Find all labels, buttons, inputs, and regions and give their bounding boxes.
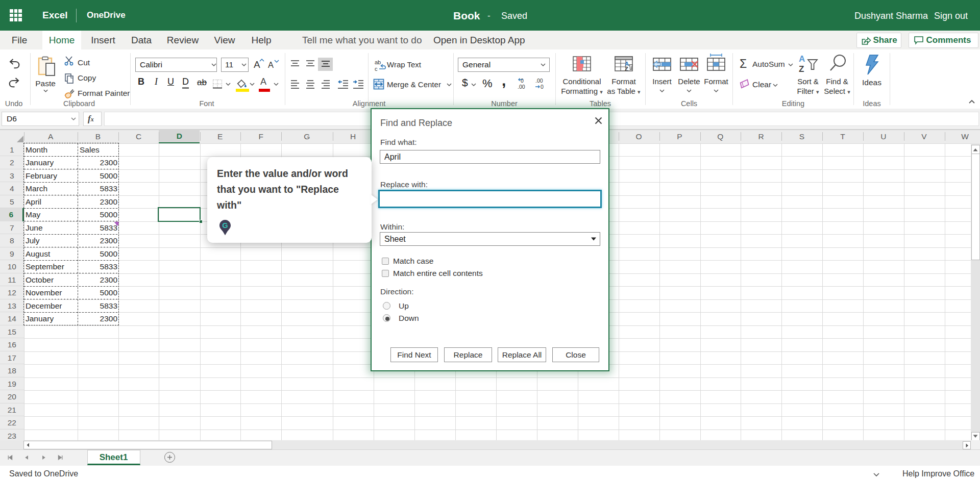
svg-text:A: A bbox=[799, 54, 805, 64]
svg-text:0: 0 bbox=[521, 78, 524, 84]
svg-text:ab: ab bbox=[375, 59, 381, 65]
svg-text:0: 0 bbox=[541, 84, 544, 90]
svg-text:Z: Z bbox=[625, 66, 628, 71]
svg-text:G: G bbox=[222, 221, 228, 230]
svg-text:.00: .00 bbox=[518, 84, 525, 90]
svg-text:c: c bbox=[375, 66, 378, 72]
svg-text:Z: Z bbox=[799, 64, 804, 74]
svg-text:.00: .00 bbox=[535, 78, 543, 84]
